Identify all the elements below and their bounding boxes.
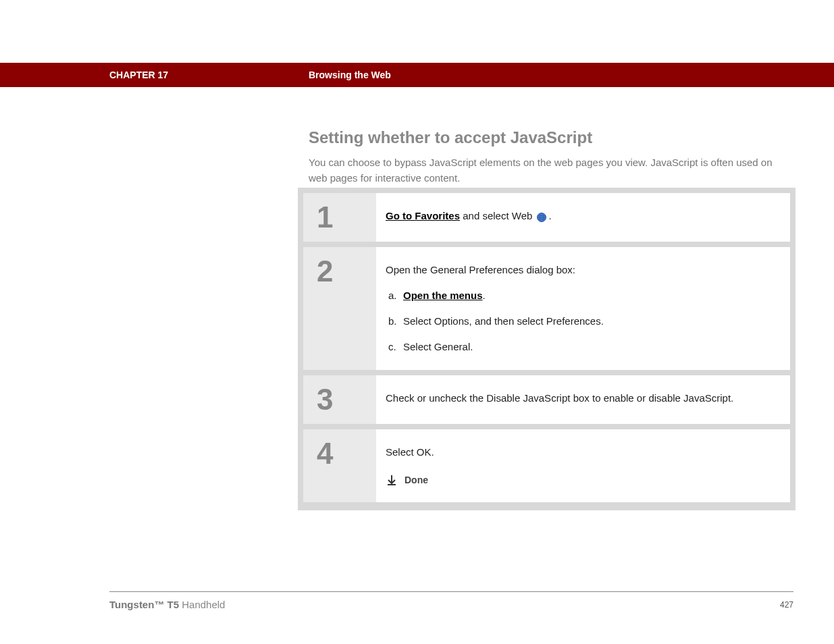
sub-step: b.Select Options, and then select Prefer… [386,313,777,329]
sub-step-tail: . [483,290,486,301]
step-number-cell: 1 [303,193,376,242]
step-lead-text: Open the General Preferences dialog box: [386,262,777,278]
step-number-cell: 3 [303,375,376,424]
done-label: Done [405,473,428,487]
sub-step-letter: c. [388,339,403,355]
step-content: Check or uncheck the Disable JavaScript … [376,375,790,424]
section-title: Setting whether to accept JavaScript [309,128,793,147]
step-row: 4 Select OK. Done [303,429,790,502]
step-text: Select OK. [386,444,777,460]
web-globe-icon [536,211,547,222]
step-row: 3 Check or uncheck the Disable JavaScrip… [303,375,790,424]
done-arrow-icon [386,474,398,486]
product-name: Tungsten™ T5 Handheld [109,599,225,610]
step-text: and select Web [460,210,535,221]
step-number: 4 [317,439,333,468]
breadcrumb-title: Browsing the Web [309,70,391,80]
page-number: 427 [780,600,793,610]
steps-table: 1 Go to Favorites and select Web . 2 Ope… [298,188,796,510]
step-content: Select OK. Done [376,429,790,502]
step-number: 2 [317,257,333,286]
chapter-header-bar: CHAPTER 17 Browsing the Web [0,63,834,87]
step-number-cell: 4 [303,429,376,502]
sub-step: c.Select General. [386,339,777,355]
step-row: 1 Go to Favorites and select Web . [303,193,790,242]
sub-step-letter: b. [388,313,403,329]
open-menus-link[interactable]: Open the menus [403,290,483,301]
sub-step-text: Select General. [403,341,473,352]
step-row: 2 Open the General Preferences dialog bo… [303,247,790,370]
product-name-tail: Handheld [179,599,225,610]
sub-step-text: Select Options, and then select Preferen… [403,315,604,327]
step-content: Open the General Preferences dialog box:… [376,247,790,370]
step-text-tail: . [548,210,551,221]
section-intro: You can choose to bypass JavaScript elem… [309,155,793,186]
step-text: Check or uncheck the Disable JavaScript … [386,392,733,404]
step-number-cell: 2 [303,247,376,370]
step-number: 1 [317,203,333,232]
chapter-label: CHAPTER 17 [109,70,168,80]
step-content: Go to Favorites and select Web . [376,193,790,242]
page-footer: Tungsten™ T5 Handheld 427 [109,591,793,610]
go-to-favorites-link[interactable]: Go to Favorites [386,210,460,221]
sub-step-list: a.Open the menus. b.Select Options, and … [386,288,777,355]
product-name-bold: Tungsten™ T5 [109,599,179,610]
step-number: 3 [317,385,333,414]
sub-step-letter: a. [388,288,403,304]
sub-step: a.Open the menus. [386,288,777,304]
done-indicator: Done [386,473,777,487]
